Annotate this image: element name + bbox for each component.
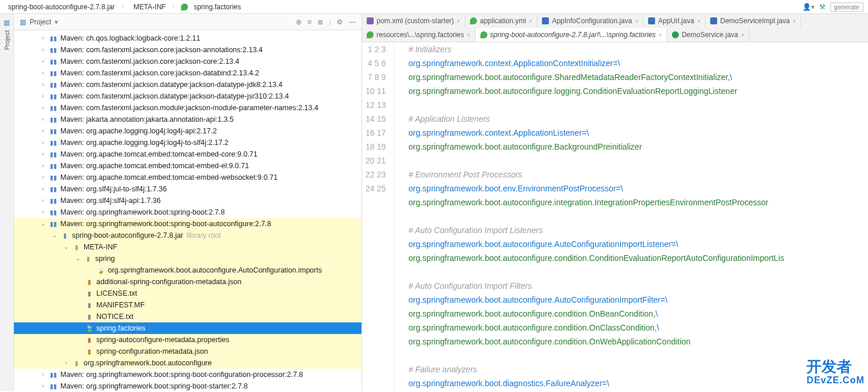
project-tool-tab[interactable]: Project (2, 27, 12, 53)
close-icon[interactable]: × (793, 18, 796, 24)
collapse-icon[interactable]: ≣ (317, 18, 323, 26)
tree-notice[interactable]: ▮NOTICE.txt (14, 311, 361, 322)
breadcrumb-bar: spring-boot-autoconfigure-2.7.8.jar 〉 ME… (0, 0, 868, 14)
breadcrumb-jar[interactable]: spring-boot-autoconfigure-2.7.8.jar (5, 3, 118, 11)
tree-metainf[interactable]: ⌄▮META-INF (14, 241, 361, 253)
user-icon[interactable]: 👤▾ (802, 3, 815, 11)
divider: | (329, 18, 331, 26)
close-icon[interactable]: × (697, 18, 700, 24)
tab-jar-factories[interactable]: spring-boot-autoconfigure-2.7.8.jar!\...… (476, 28, 667, 42)
tree-lib-autoconfigure[interactable]: ⌄▮▮Maven: org.springframework.boot:sprin… (14, 218, 361, 230)
tree-lib[interactable]: ›▮▮Maven: com.fasterxml.jackson.core:jac… (14, 56, 361, 67)
chevron-right-icon: 〉 (121, 2, 128, 12)
project-panel-header: ▦ Project ▾ ⊕ ≡ ≣ | ⚙ — (14, 14, 361, 30)
hammer-icon[interactable]: ⚒ (819, 3, 826, 11)
editor-area: pom.xml (custom-starter)× application.ym… (362, 14, 868, 391)
leaf-icon (181, 3, 188, 10)
close-icon[interactable]: × (659, 32, 662, 38)
tree-spring-folder[interactable]: ⌄▮spring (14, 253, 361, 264)
code-content[interactable]: # Initializers org.springframework.conte… (395, 42, 868, 391)
tree-addl-json[interactable]: ▮additional-spring-configuration-metadat… (14, 276, 361, 288)
tree-lib[interactable]: ›▮▮Maven: com.fasterxml.jackson.datatype… (14, 79, 361, 90)
tree-lib[interactable]: ›▮▮Maven: org.apache.logging.log4j:log4j… (14, 137, 361, 148)
project-view-title[interactable]: Project (30, 18, 51, 26)
tree-autopkg[interactable]: ›▮org.springframework.boot.autoconfigure (14, 357, 361, 369)
tab-app-yml[interactable]: application.yml× (465, 14, 537, 28)
tree-imports-file[interactable]: 🍃org.springframework.boot.autoconfigure.… (14, 264, 361, 276)
breadcrumb-metainf[interactable]: META-INF (130, 3, 169, 11)
chevron-right-icon: 〉 (172, 2, 179, 12)
leaf-icon (367, 31, 374, 38)
watermark: 开发者 DEvZE.CoM (806, 360, 865, 387)
tab-appinfo[interactable]: AppInfoConfiguration.java× (537, 14, 643, 28)
minimize-icon[interactable]: — (349, 18, 356, 26)
expand-icon[interactable]: ≡ (308, 18, 312, 26)
tab-appurl[interactable]: AppUrl.java× (643, 14, 706, 28)
tree-lib[interactable]: ›▮▮Maven: org.slf4j:jul-to-slf4j:1.7.36 (14, 183, 361, 195)
tree-manifest[interactable]: ▮MANIFEST.MF (14, 299, 361, 311)
generate-button[interactable]: generate (830, 2, 863, 12)
tab-demoservice[interactable]: DemoService.java× (667, 28, 750, 42)
interface-icon (672, 31, 679, 38)
project-tool-icon[interactable]: ▦ (3, 19, 10, 27)
line-gutter: 1 2 3 4 5 6 7 8 9 10 11 12 13 14 15 16 1… (362, 42, 395, 391)
project-view-icon: ▦ (20, 18, 26, 26)
tree-lib[interactable]: ›▮▮Maven: org.slf4j:slf4j-api:1.7.36 (14, 195, 361, 206)
tree-lib[interactable]: ›▮▮Maven: jakarta.annotation:jakarta.ann… (14, 114, 361, 125)
editor-tabs: pom.xml (custom-starter)× application.ym… (362, 14, 868, 42)
breadcrumb[interactable]: spring-boot-autoconfigure-2.7.8.jar 〉 ME… (5, 2, 244, 12)
class-icon (542, 17, 549, 24)
tree-license[interactable]: ▮LICENSE.txt (14, 288, 361, 299)
close-icon[interactable]: × (529, 18, 533, 24)
close-icon[interactable]: × (467, 32, 471, 38)
tree-lib[interactable]: ›▮▮Maven: com.fasterxml.jackson.core:jac… (14, 67, 361, 79)
tree-lib[interactable]: ›▮▮Maven: ch.qos.logback:logback-core:1.… (14, 32, 361, 44)
code-editor[interactable]: 1 2 3 4 5 6 7 8 9 10 11 12 13 14 15 16 1… (362, 42, 868, 391)
tree-lib[interactable]: ›▮▮Maven: org.apache.tomcat.embed:tomcat… (14, 172, 361, 183)
maven-icon (367, 17, 374, 24)
project-tree[interactable]: ›▮▮Maven: ch.qos.logback:logback-core:1.… (14, 30, 361, 391)
close-icon[interactable]: × (457, 18, 460, 24)
tree-lib[interactable]: ›▮▮Maven: org.apache.tomcat.embed:tomcat… (14, 160, 361, 172)
locate-icon[interactable]: ⊕ (296, 18, 302, 26)
tree-lib[interactable]: ›▮▮Maven: org.springframework.boot:sprin… (14, 206, 361, 218)
tab-resources-factories[interactable]: resources\...\spring.factories× (362, 28, 476, 42)
tree-lib[interactable]: ›▮▮Maven: com.fasterxml.jackson.core:jac… (14, 44, 361, 56)
tree-lib[interactable]: ›▮▮Maven: com.fasterxml.jackson.datatype… (14, 90, 361, 102)
gear-icon[interactable]: ⚙ (337, 18, 343, 26)
tree-lib[interactable]: ›▮▮Maven: org.apache.tomcat.embed:tomcat… (14, 148, 361, 160)
left-tool-gutter: ▦ Project (0, 14, 14, 391)
tree-lib[interactable]: ›▮▮Maven: com.fasterxml.jackson.module:j… (14, 102, 361, 114)
tab-demoimpl[interactable]: DemoServiceImpl.java× (706, 14, 801, 28)
leaf-icon (480, 31, 487, 38)
tree-lib[interactable]: ›▮▮Maven: org.springframework.boot:sprin… (14, 380, 361, 391)
tab-pom[interactable]: pom.xml (custom-starter)× (362, 14, 465, 28)
tree-lib[interactable]: ›▮▮Maven: org.apache.logging.log4j:log4j… (14, 125, 361, 137)
close-icon[interactable]: × (635, 18, 639, 24)
leaf-icon (470, 17, 477, 24)
close-icon[interactable]: × (741, 32, 744, 38)
tree-lib[interactable]: ›▮▮Maven: org.springframework.boot:sprin… (14, 369, 361, 380)
chevron-down-icon[interactable]: ▾ (55, 18, 58, 26)
class-icon (648, 17, 655, 24)
tree-spring-factories[interactable]: 🍃spring.factories (14, 322, 361, 334)
tree-autometa[interactable]: ▮spring-autoconfigure-metadata.propertie… (14, 334, 361, 346)
tree-confmeta[interactable]: ▮spring-configuration-metadata.json (14, 346, 361, 357)
project-panel: ▦ Project ▾ ⊕ ≡ ≣ | ⚙ — ›▮▮Maven: ch.qos… (14, 14, 362, 391)
tree-jar[interactable]: ⌄▮spring-boot-autoconfigure-2.7.8.jarlib… (14, 230, 361, 241)
class-icon (710, 17, 717, 24)
breadcrumb-file[interactable]: spring.factories (190, 3, 244, 11)
